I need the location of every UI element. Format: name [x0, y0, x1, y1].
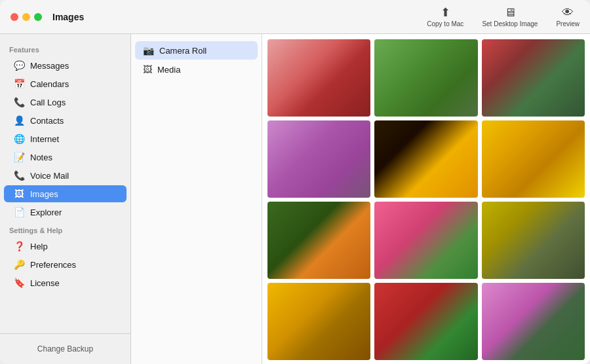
album-item-media[interactable]: 🖼 Media [135, 60, 258, 79]
set-desktop-label: Set Desktop Image [482, 20, 538, 27]
sidebar-item-explorer-label: Explorer [30, 208, 62, 217]
image-grid [267, 39, 585, 364]
help-icon: ❓ [13, 241, 25, 251]
sidebar-item-preferences-label: Preferences [30, 260, 76, 270]
image-cell[interactable] [374, 120, 477, 198]
preferences-icon: 🔑 [13, 259, 25, 270]
voice-mail-icon: 📞 [13, 170, 25, 181]
sidebar-item-help-label: Help [30, 242, 48, 251]
sidebar-item-internet-label: Internet [30, 134, 59, 144]
features-section-label: Features [0, 41, 130, 56]
change-backup-button[interactable]: Change Backup [0, 339, 130, 359]
image-cell[interactable] [482, 283, 585, 360]
notes-icon: 📝 [13, 152, 25, 162]
sidebar-item-calendars-label: Calendars [30, 79, 69, 89]
sidebar-item-call-logs[interactable]: 📞 Call Logs [4, 94, 127, 111]
image-cell[interactable] [482, 39, 585, 117]
sidebar-item-license-label: License [30, 278, 60, 288]
media-icon: 🖼 [143, 64, 152, 75]
album-media-label: Media [157, 65, 180, 75]
image-cell[interactable] [374, 202, 477, 279]
titlebar-left: Images [10, 12, 84, 22]
sidebar-item-notes-label: Notes [30, 153, 52, 162]
camera-roll-icon: 📷 [143, 45, 154, 56]
minimize-button[interactable] [22, 13, 30, 21]
sidebar-item-voice-mail-label: Voice Mail [30, 171, 69, 181]
sidebar-item-messages[interactable]: 💬 Messages [4, 57, 127, 74]
window-title: Images [52, 12, 84, 22]
sidebar-item-images-label: Images [30, 189, 58, 199]
preview-label: Preview [556, 20, 580, 27]
sidebar: Features 💬 Messages 📅 Calendars 📞 Call L… [0, 34, 131, 364]
contacts-icon: 👤 [13, 115, 25, 126]
image-cell[interactable] [482, 202, 585, 279]
image-cell[interactable] [267, 202, 370, 279]
image-cell[interactable] [482, 120, 585, 198]
titlebar: Images ⬆ Copy to Mac 🖥 Set Desktop Image… [0, 0, 590, 34]
sidebar-item-call-logs-label: Call Logs [30, 98, 66, 107]
sidebar-item-license[interactable]: 🔖 License [4, 274, 127, 291]
copy-to-mac-button[interactable]: ⬆ Copy to Mac [427, 7, 463, 27]
copy-to-mac-icon: ⬆ [441, 7, 450, 18]
image-cell[interactable] [374, 39, 477, 117]
set-desktop-icon: 🖥 [504, 7, 516, 18]
call-logs-icon: 📞 [13, 97, 25, 107]
sidebar-item-contacts[interactable]: 👤 Contacts [4, 112, 127, 129]
set-desktop-button[interactable]: 🖥 Set Desktop Image [482, 7, 538, 27]
sidebar-item-contacts-label: Contacts [30, 116, 64, 126]
sidebar-item-help[interactable]: ❓ Help [4, 238, 127, 255]
albums-pane: 📷 Camera Roll 🖼 Media [131, 34, 262, 364]
preview-icon: 👁 [562, 7, 574, 18]
image-cell[interactable] [267, 120, 370, 198]
preview-button[interactable]: 👁 Preview [556, 7, 580, 27]
sidebar-item-messages-label: Messages [30, 61, 69, 71]
messages-icon: 💬 [13, 60, 25, 71]
license-icon: 🔖 [13, 278, 25, 288]
sidebar-item-calendars[interactable]: 📅 Calendars [4, 75, 127, 92]
image-cell[interactable] [267, 283, 370, 360]
sidebar-item-explorer[interactable]: 📄 Explorer [4, 204, 127, 221]
image-grid-pane [262, 34, 590, 364]
traffic-lights [10, 13, 42, 21]
maximize-button[interactable] [34, 13, 42, 21]
internet-icon: 🌐 [13, 134, 25, 144]
sidebar-item-preferences[interactable]: 🔑 Preferences [4, 256, 127, 273]
image-cell[interactable] [267, 39, 370, 117]
titlebar-actions: ⬆ Copy to Mac 🖥 Set Desktop Image 👁 Prev… [427, 7, 580, 27]
copy-to-mac-label: Copy to Mac [427, 20, 463, 27]
image-cell[interactable] [374, 283, 477, 360]
sidebar-bottom: Change Backup [0, 333, 130, 364]
sidebar-item-voice-mail[interactable]: 📞 Voice Mail [4, 167, 127, 184]
main-area: Features 💬 Messages 📅 Calendars 📞 Call L… [0, 34, 590, 364]
sidebar-item-notes[interactable]: 📝 Notes [4, 149, 127, 166]
images-icon: 🖼 [13, 189, 25, 199]
album-camera-roll-label: Camera Roll [159, 46, 206, 56]
sidebar-item-internet[interactable]: 🌐 Internet [4, 130, 127, 147]
close-button[interactable] [10, 13, 18, 21]
settings-section-label: Settings & Help [0, 221, 130, 237]
sidebar-item-images[interactable]: 🖼 Images [4, 185, 127, 202]
calendars-icon: 📅 [13, 79, 25, 89]
explorer-icon: 📄 [13, 207, 25, 217]
album-item-camera-roll[interactable]: 📷 Camera Roll [135, 41, 258, 60]
